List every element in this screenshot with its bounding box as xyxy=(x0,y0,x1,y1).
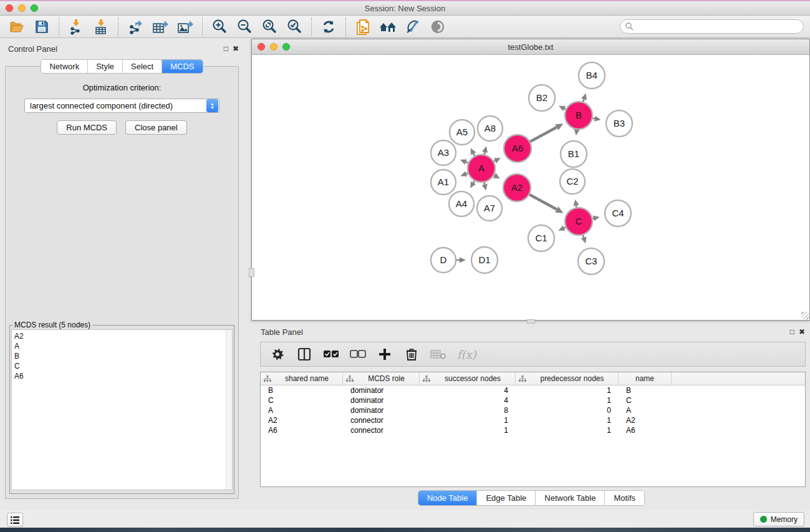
result-item[interactable]: A xyxy=(14,341,232,351)
table-cell: 1 xyxy=(516,425,619,435)
hide-icon[interactable] xyxy=(428,18,447,36)
tab-mcds[interactable]: MCDS xyxy=(162,60,202,73)
node-label-A: A xyxy=(478,163,485,173)
column-header-successor-nodes[interactable]: successor nodes xyxy=(420,372,516,385)
delete-table-icon[interactable] xyxy=(430,346,446,362)
tab-style[interactable]: Style xyxy=(88,60,123,73)
table-cell: C xyxy=(261,395,343,405)
result-item[interactable]: B xyxy=(14,351,232,361)
table-row[interactable]: A6connector11A6 xyxy=(261,425,805,435)
table-row[interactable]: Adominator80A xyxy=(261,405,805,415)
table-tab-edge-table[interactable]: Edge Table xyxy=(477,491,536,505)
result-item[interactable]: C xyxy=(14,361,232,371)
result-item[interactable]: A2 xyxy=(14,331,232,341)
splitter-handle-left[interactable] xyxy=(249,268,254,277)
table-cell: A xyxy=(261,405,343,415)
open-session-icon[interactable] xyxy=(7,18,26,36)
table-cell: dominator xyxy=(343,395,420,405)
mcds-result-list[interactable]: A2ABCA6 xyxy=(11,329,233,490)
optimization-criterion-label: Optimization criterion: xyxy=(6,83,238,92)
resize-grip-icon[interactable] xyxy=(801,312,809,319)
arrowhead-icon xyxy=(482,184,488,191)
select-all-icon[interactable] xyxy=(323,346,339,362)
node-label-B3: B3 xyxy=(614,118,625,128)
node-label-A4: A4 xyxy=(456,198,467,209)
export-network-icon[interactable] xyxy=(126,18,145,36)
column-header-name[interactable]: name xyxy=(619,372,672,385)
close-panel-icon[interactable]: ✖ xyxy=(233,44,239,53)
tab-select[interactable]: Select xyxy=(123,60,162,73)
zoom-selected-icon[interactable] xyxy=(285,18,304,36)
network-from-file-icon[interactable] xyxy=(354,18,372,36)
search-field[interactable] xyxy=(620,19,804,34)
table-cell: connector xyxy=(343,415,420,425)
table-cell: 1 xyxy=(420,425,516,435)
table-row[interactable]: Bdominator41B xyxy=(261,385,805,395)
annotation-icon[interactable] xyxy=(403,18,422,36)
column-header-shared-name[interactable]: shared name xyxy=(261,372,343,385)
column-header-predecessor-nodes[interactable]: predecessor nodes xyxy=(516,372,619,385)
refresh-icon[interactable] xyxy=(319,18,338,36)
column-label: predecessor nodes xyxy=(526,374,618,383)
edge-A6-B[interactable] xyxy=(529,127,557,142)
gear-icon[interactable] xyxy=(269,346,286,362)
table-cell: A2 xyxy=(261,415,343,425)
close-panel-button[interactable]: Close panel xyxy=(125,120,187,135)
table-cell: B xyxy=(261,385,343,395)
table-cell: 8 xyxy=(420,405,516,415)
status-bar: Memory xyxy=(0,510,810,528)
node-label-A8: A8 xyxy=(485,123,496,133)
export-image-icon[interactable] xyxy=(176,18,195,36)
network-view-window: testGlobe.txt B4B2BB3B1A5A8A6A3AA1A4A7A2… xyxy=(251,39,810,321)
node-label-B2: B2 xyxy=(536,92,547,103)
session-title: Session: New Session xyxy=(0,4,810,13)
tab-network[interactable]: Network xyxy=(41,60,88,73)
control-panel: Control Panel □ ✖ NetworkStyleSelectMCDS… xyxy=(0,38,244,510)
column-header-MCDS-role[interactable]: MCDS role xyxy=(343,372,420,385)
node-label-A3: A3 xyxy=(438,147,449,158)
network-window-title: testGlobe.txt xyxy=(252,42,809,52)
network-window-titlebar[interactable]: testGlobe.txt xyxy=(252,39,809,55)
table-panel: Table Panel □ ✖ xyxy=(253,324,810,510)
splitter-handle-bottom[interactable] xyxy=(527,319,535,324)
table-row[interactable]: A2connector11A2 xyxy=(261,415,805,425)
float-panel-icon[interactable]: □ xyxy=(224,44,228,53)
column-header-filler xyxy=(672,372,805,385)
control-panel-title: Control Panel xyxy=(8,44,57,54)
arrowhead-icon xyxy=(482,146,488,153)
table-tab-node-table[interactable]: Node Table xyxy=(418,491,478,505)
cybrowser-icon[interactable] xyxy=(378,18,397,36)
node-table[interactable]: shared nameMCDS rolesuccessor nodesprede… xyxy=(260,372,806,487)
import-table-icon[interactable] xyxy=(92,18,110,36)
float-table-panel-icon[interactable]: □ xyxy=(790,327,794,336)
result-item[interactable]: A6 xyxy=(14,371,232,381)
save-session-icon[interactable] xyxy=(32,18,51,36)
zoom-fit-icon[interactable] xyxy=(260,18,279,36)
network-canvas[interactable]: B4B2BB3B1A5A8A6A3AA1A4A7A2C2CC4C1C3DD1 xyxy=(252,55,809,320)
search-input[interactable] xyxy=(634,22,803,31)
run-mcds-button[interactable]: Run MCDS xyxy=(57,120,117,135)
add-column-icon[interactable] xyxy=(377,346,393,362)
main-titlebar: Session: New Session xyxy=(0,1,810,16)
zoom-out-icon[interactable] xyxy=(235,18,254,36)
edge-A2-C[interactable] xyxy=(528,194,557,210)
table-tab-motifs[interactable]: Motifs xyxy=(605,491,644,505)
column-browser-icon[interactable] xyxy=(296,346,312,362)
mcds-result-group: MCDS result (5 nodes) A2ABCA6 xyxy=(9,321,234,494)
task-history-button[interactable] xyxy=(7,513,23,527)
criterion-dropdown[interactable]: largest connected component (directed) ▲… xyxy=(24,99,219,113)
table-tabs: Node TableEdge TableNetwork TableMotifs xyxy=(253,490,810,506)
import-network-icon[interactable] xyxy=(67,18,85,36)
table-cell: dominator xyxy=(343,405,420,415)
deselect-all-icon[interactable] xyxy=(350,346,366,362)
memory-button[interactable]: Memory xyxy=(753,512,804,526)
function-builder-icon[interactable]: f(x) xyxy=(457,348,476,361)
delete-column-icon[interactable] xyxy=(403,346,420,362)
table-tab-network-table[interactable]: Network Table xyxy=(536,491,605,505)
zoom-in-icon[interactable] xyxy=(210,18,229,36)
export-table-icon[interactable] xyxy=(151,18,170,36)
close-table-panel-icon[interactable]: ✖ xyxy=(799,327,805,336)
table-cell: A6 xyxy=(261,425,343,435)
table-row[interactable]: Cdominator41C xyxy=(261,395,805,405)
result-scrollbar[interactable] xyxy=(226,330,232,490)
